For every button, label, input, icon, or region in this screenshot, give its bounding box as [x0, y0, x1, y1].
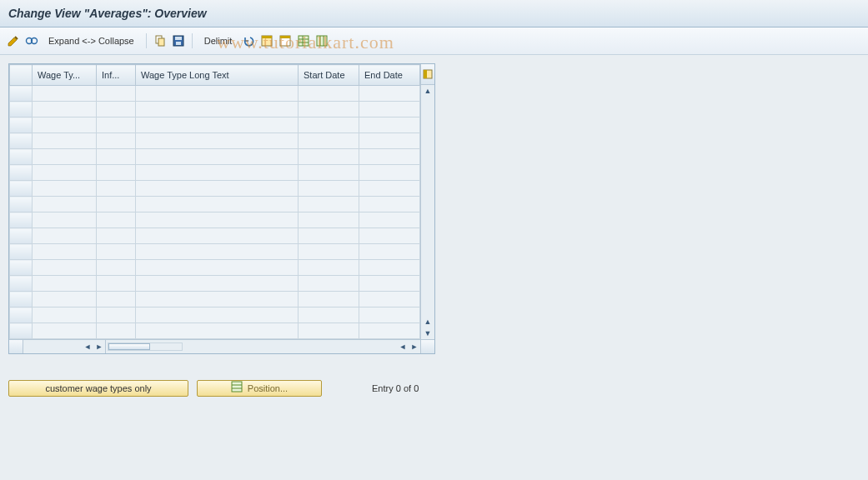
cell[interactable] — [359, 323, 420, 339]
cell[interactable] — [97, 228, 136, 244]
cell[interactable] — [359, 181, 420, 197]
table-settings-icon[interactable] — [297, 34, 310, 48]
table-row[interactable] — [10, 181, 420, 197]
cell[interactable] — [359, 118, 420, 133]
col-header-long-text[interactable]: Wage Type Long Text — [136, 65, 299, 86]
table-row[interactable] — [10, 228, 420, 244]
cell[interactable] — [299, 260, 359, 276]
cell[interactable] — [359, 228, 420, 244]
cell[interactable] — [97, 260, 136, 276]
deselect-all-icon[interactable] — [278, 34, 292, 48]
cell[interactable] — [33, 292, 97, 308]
row-selector-header[interactable] — [10, 65, 33, 86]
position-button[interactable]: Position... — [197, 380, 322, 397]
row-selector[interactable] — [10, 118, 33, 133]
cell[interactable] — [299, 308, 359, 323]
copy-icon[interactable] — [153, 34, 167, 48]
cell[interactable] — [299, 133, 359, 149]
cell[interactable] — [136, 149, 299, 165]
cell[interactable] — [33, 323, 97, 339]
select-all-icon[interactable] — [260, 34, 273, 48]
cell[interactable] — [97, 165, 136, 181]
cell[interactable] — [97, 118, 136, 133]
cell[interactable] — [136, 86, 299, 102]
cell[interactable] — [97, 276, 136, 292]
scroll-left-icon[interactable]: ◄ — [397, 340, 409, 353]
cell[interactable] — [33, 86, 97, 102]
table-row[interactable] — [10, 133, 420, 149]
row-selector[interactable] — [10, 181, 33, 197]
cell[interactable] — [33, 149, 97, 165]
row-selector[interactable] — [10, 86, 33, 102]
cell[interactable] — [97, 323, 136, 339]
cell[interactable] — [359, 149, 420, 165]
cell[interactable] — [359, 292, 420, 308]
cell[interactable] — [299, 149, 359, 165]
col-header-start-date[interactable]: Start Date — [299, 65, 359, 86]
cell[interactable] — [33, 165, 97, 181]
cell[interactable] — [97, 149, 136, 165]
scroll-down-icon[interactable]: ▼ — [421, 328, 434, 339]
hscroll-thumb[interactable] — [108, 343, 150, 350]
change-icon[interactable] — [7, 34, 20, 48]
table-row[interactable] — [10, 212, 420, 228]
delimit-button[interactable]: Delimit — [199, 36, 238, 46]
horizontal-scrollbar[interactable]: ◄ ► ◄ ► — [9, 339, 434, 353]
row-selector[interactable] — [10, 260, 33, 276]
cell[interactable] — [97, 181, 136, 197]
cell[interactable] — [136, 212, 299, 228]
scroll-right-icon[interactable]: ► — [93, 340, 105, 353]
cell[interactable] — [136, 228, 299, 244]
row-selector[interactable] — [10, 212, 33, 228]
table-row[interactable] — [10, 323, 420, 339]
cell[interactable] — [136, 181, 299, 197]
row-selector[interactable] — [10, 197, 33, 212]
row-selector[interactable] — [10, 133, 33, 149]
cell[interactable] — [299, 276, 359, 292]
table-row[interactable] — [10, 86, 420, 102]
cell[interactable] — [299, 292, 359, 308]
table-config-icon[interactable] — [421, 64, 434, 85]
cell[interactable] — [299, 118, 359, 133]
cell[interactable] — [359, 276, 420, 292]
cell[interactable] — [359, 197, 420, 212]
cell[interactable] — [136, 118, 299, 133]
cell[interactable] — [299, 244, 359, 260]
row-selector[interactable] — [10, 244, 33, 260]
cell[interactable] — [359, 212, 420, 228]
row-selector[interactable] — [10, 149, 33, 165]
cell[interactable] — [33, 181, 97, 197]
cell[interactable] — [136, 133, 299, 149]
cell[interactable] — [97, 212, 136, 228]
table-row[interactable] — [10, 308, 420, 323]
cell[interactable] — [97, 86, 136, 102]
cell[interactable] — [299, 86, 359, 102]
table-row[interactable] — [10, 276, 420, 292]
table-row[interactable] — [10, 197, 420, 212]
cell[interactable] — [97, 292, 136, 308]
scroll-up-icon[interactable]: ▲ — [421, 85, 434, 97]
save-icon[interactable] — [172, 34, 185, 48]
cell[interactable] — [136, 323, 299, 339]
cell[interactable] — [97, 197, 136, 212]
data-table[interactable]: Wage Ty... Inf... Wage Type Long Text St… — [9, 64, 420, 339]
undo-icon[interactable] — [242, 34, 255, 48]
table-row[interactable] — [10, 244, 420, 260]
cell[interactable] — [33, 276, 97, 292]
cell[interactable] — [299, 212, 359, 228]
table-row[interactable] — [10, 260, 420, 276]
cell[interactable] — [299, 102, 359, 118]
cell[interactable] — [33, 228, 97, 244]
scroll-right-icon[interactable]: ► — [409, 340, 420, 353]
expand-collapse-button[interactable]: Expand <-> Collapse — [43, 36, 139, 46]
cell[interactable] — [359, 102, 420, 118]
row-selector[interactable] — [10, 165, 33, 181]
customer-wage-types-button[interactable]: customer wage types only — [8, 380, 188, 397]
row-selector[interactable] — [10, 292, 33, 308]
scroll-up-icon[interactable]: ▲ — [421, 316, 434, 328]
cell[interactable] — [359, 308, 420, 323]
row-selector[interactable] — [10, 323, 33, 339]
cell[interactable] — [359, 133, 420, 149]
cell[interactable] — [359, 86, 420, 102]
cell[interactable] — [33, 118, 97, 133]
